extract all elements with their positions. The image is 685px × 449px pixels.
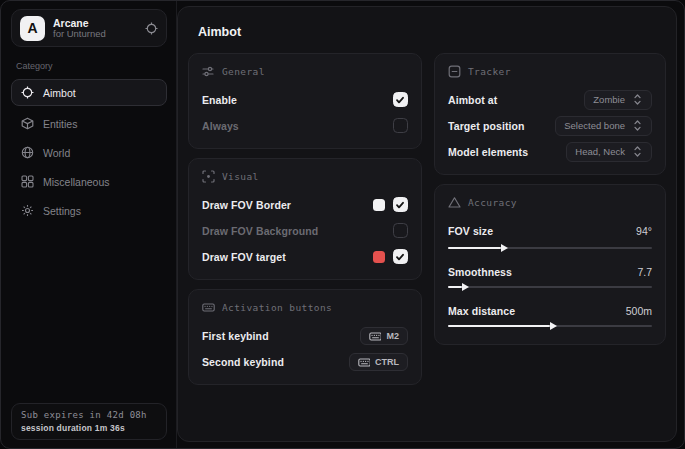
keyboard-icon: [369, 330, 381, 342]
card-title: General: [222, 66, 265, 77]
color-swatch[interactable]: [373, 199, 385, 211]
card-visual: Visual Draw FOV Border Draw FOV Backgrou…: [188, 158, 422, 280]
setting-label: FOV size: [448, 225, 493, 237]
setting-row: Always: [202, 115, 408, 136]
card-general: General Enable Always: [188, 53, 422, 149]
select-value: Head, Neck: [575, 146, 625, 157]
card-title: Accuracy: [468, 197, 517, 208]
setting-row: Aimbot at Zombie: [448, 89, 652, 110]
keybind-value: CTRL: [375, 357, 399, 367]
session-duration-text: session duration 1m 36s: [21, 423, 157, 433]
setting-row: Second keybind CTRL: [202, 351, 408, 372]
app-header: A Arcane for Unturned: [11, 9, 167, 47]
sliders-icon: [202, 65, 215, 78]
model-elements-select[interactable]: Head, Neck: [566, 142, 652, 162]
card-accuracy: Accuracy FOV size 94°: [434, 184, 666, 345]
setting-value: 94°: [636, 225, 652, 237]
sidebar-item-label: Aimbot: [43, 87, 76, 99]
second-keybind-button[interactable]: CTRL: [349, 353, 408, 371]
setting-row: Target position Selected bone: [448, 115, 652, 136]
card-tracker: Tracker Aimbot at Zombie Target position…: [434, 53, 666, 175]
setting-row: First keybind M2: [202, 325, 408, 346]
keyboard-icon: [202, 301, 215, 314]
app-subtitle: for Unturned: [53, 29, 137, 40]
sidebar: A Arcane for Unturned Category Aimbot En…: [1, 1, 177, 448]
sidebar-item-miscellaneous[interactable]: Miscellaneous: [11, 168, 167, 195]
keybind-value: M2: [386, 331, 399, 341]
setting-row: Draw FOV Border: [202, 194, 408, 215]
scan-icon: [202, 170, 215, 183]
sidebar-item-label: Settings: [43, 205, 81, 217]
app-logo: A: [20, 16, 45, 41]
slider-thumb[interactable]: [550, 322, 557, 330]
subscription-info: Sub expires in 42d 08h session duration …: [11, 403, 167, 440]
setting-row: Model elements Head, Neck: [448, 141, 652, 162]
sidebar-item-aimbot[interactable]: Aimbot: [11, 79, 167, 106]
setting-row: Draw FOV target: [202, 246, 408, 267]
max-distance-slider[interactable]: [448, 320, 652, 332]
setting-label: Smoothness: [448, 266, 512, 278]
select-value: Selected bone: [564, 120, 625, 131]
setting-label: Draw FOV target: [202, 251, 286, 263]
card-title: Visual: [222, 171, 259, 182]
setting-label: First keybind: [202, 330, 269, 342]
fov-border-checkbox[interactable]: [393, 197, 408, 212]
category-label: Category: [16, 61, 167, 71]
chevrons-up-down-icon: [632, 93, 643, 106]
slider-group: FOV size 94°: [448, 220, 652, 254]
sub-expires-text: Sub expires in 42d 08h: [21, 410, 157, 420]
slider-thumb[interactable]: [462, 283, 469, 291]
sidebar-nav: Aimbot Entities World Miscellaneous Sett…: [11, 79, 167, 226]
target-position-select[interactable]: Selected bone: [555, 116, 652, 136]
fov-size-slider[interactable]: [448, 242, 652, 254]
chevrons-up-down-icon: [632, 145, 643, 158]
gear-icon: [21, 204, 34, 217]
sidebar-item-label: Entities: [43, 118, 77, 130]
slider-group: Max distance 500m: [448, 302, 652, 332]
setting-label: Always: [202, 120, 239, 132]
setting-label: Second keybind: [202, 356, 284, 368]
focus-icon: [448, 65, 461, 78]
chevrons-up-down-icon: [632, 119, 643, 132]
setting-label: Model elements: [448, 146, 528, 158]
slider-thumb[interactable]: [501, 244, 508, 252]
smoothness-slider[interactable]: [448, 281, 652, 293]
setting-label: Aimbot at: [448, 94, 497, 106]
sidebar-item-entities[interactable]: Entities: [11, 110, 167, 137]
sidebar-item-label: Miscellaneous: [43, 176, 110, 188]
first-keybind-button[interactable]: M2: [360, 327, 408, 345]
app-name: Arcane: [53, 17, 137, 29]
fov-background-checkbox[interactable]: [393, 223, 408, 238]
select-value: Zombie: [593, 94, 625, 105]
setting-label: Max distance: [448, 305, 515, 317]
enable-checkbox[interactable]: [393, 92, 408, 107]
card-title: Tracker: [468, 66, 511, 77]
modules-icon: [21, 175, 34, 188]
slider-group: Smoothness 7.7: [448, 263, 652, 293]
sidebar-item-world[interactable]: World: [11, 139, 167, 166]
setting-value: 7.7: [637, 266, 652, 278]
keyboard-icon: [358, 356, 370, 368]
setting-row: Enable: [202, 89, 408, 110]
card-activation-buttons: Activation buttons First keybind M2 Seco…: [188, 289, 422, 385]
setting-row: Draw FOV Background: [202, 220, 408, 241]
sidebar-item-settings[interactable]: Settings: [11, 197, 167, 224]
setting-label: Draw FOV Border: [202, 199, 291, 211]
cube-icon: [21, 117, 34, 130]
card-title: Activation buttons: [222, 302, 332, 313]
app-window: A Arcane for Unturned Category Aimbot En…: [0, 0, 685, 449]
setting-value: 500m: [626, 305, 652, 317]
color-swatch[interactable]: [373, 251, 385, 263]
always-checkbox[interactable]: [393, 118, 408, 133]
triangle-icon: [448, 196, 461, 209]
setting-label: Enable: [202, 94, 237, 106]
page-title: Aimbot: [198, 25, 666, 39]
setting-label: Target position: [448, 120, 525, 132]
fov-target-checkbox[interactable]: [393, 249, 408, 264]
crosshair-icon: [21, 86, 34, 99]
sidebar-item-label: World: [43, 147, 70, 159]
globe-icon: [21, 146, 34, 159]
crosshair-icon[interactable]: [145, 22, 158, 35]
aimbot-at-select[interactable]: Zombie: [584, 90, 652, 110]
main-panel: Aimbot General Enable Always: [177, 6, 677, 442]
